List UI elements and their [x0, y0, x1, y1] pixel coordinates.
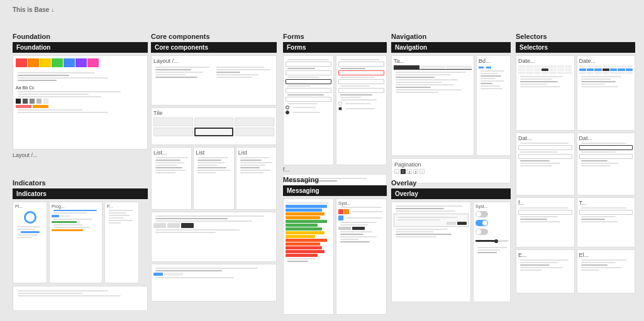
section-forms: Forms Forms [283, 33, 387, 193]
selectors-f-frame[interactable]: f... [516, 197, 575, 248]
messaging-frame1[interactable] [283, 199, 334, 315]
breadcrumb-bold: Base [34, 6, 49, 13]
indicators-pl-frame[interactable]: Pl... [13, 202, 47, 283]
core-extra2-frame[interactable] [151, 264, 277, 302]
overlay-label: Overlay [391, 179, 511, 187]
breadcrumb-arrow: ↓ [51, 6, 54, 13]
overlay-header[interactable]: Overlay [391, 188, 511, 199]
indicators-header[interactable]: Indicators [13, 188, 148, 199]
foundation-header[interactable]: Foundation [13, 42, 148, 53]
selectors-dat1-label: Dat... [518, 135, 572, 141]
selectors-t-label: T... [579, 200, 633, 206]
selectors-e-label: E... [518, 252, 572, 258]
indicators-extra-frame[interactable] [13, 286, 148, 311]
section-foundation: Foundation Foundation Aa Bb [13, 33, 148, 160]
navigation-bd-label: Bd... [479, 58, 508, 64]
section-core: Core components Core components Layout /… [151, 33, 277, 302]
section-overlay: Overlay Overlay [391, 179, 511, 302]
section-selectors: Selectors Selectors Date... [516, 33, 635, 293]
core-tile-frame[interactable]: Tile [151, 107, 277, 145]
core-layout-label: Layout /... [153, 58, 274, 64]
selectors-dat1-frame[interactable]: Dat... [516, 133, 575, 195]
navigation-pagination-label: Pagination [394, 161, 508, 168]
selectors-e-frame[interactable]: E... [516, 249, 575, 293]
selectors-date1-frame[interactable]: Date... [516, 55, 575, 131]
messaging-frame2[interactable]: Syst... [336, 199, 387, 315]
navigation-header[interactable]: Navigation [391, 42, 511, 53]
canvas: This is Base ↓ Foundation Foundation [0, 0, 644, 321]
core-list2-frame[interactable]: List [193, 147, 234, 210]
indicators-prog-frame[interactable]: Prog... [49, 202, 103, 283]
selectors-label: Selectors [516, 33, 635, 40]
foundation-sublabel-layout: Layout /... [13, 152, 148, 158]
core-list3-label: List [238, 150, 274, 156]
core-list2-label: List [196, 150, 231, 156]
selectors-header[interactable]: Selectors [516, 42, 635, 53]
section-messaging: Messaging Messaging [283, 176, 387, 315]
foundation-label: Foundation [13, 33, 148, 40]
selectors-dat2-label: Dat... [579, 135, 633, 141]
forms-label: Forms [283, 33, 387, 40]
selectors-dat2-frame[interactable]: Dat... [577, 133, 636, 195]
core-label: Core components [151, 33, 277, 40]
selectors-t-frame[interactable]: T... [577, 197, 636, 248]
foundation-frame[interactable]: Aa Bb Cc [13, 55, 148, 150]
indicators-p-frame[interactable]: P... [104, 202, 139, 283]
navigation-tab-frame[interactable]: Ta... [391, 55, 474, 156]
section-navigation: Navigation Navigation Ta... [391, 33, 511, 183]
forms-header[interactable]: Forms [283, 42, 387, 53]
messaging-header[interactable]: Messaging [283, 185, 387, 196]
overlay-frame2[interactable]: Syst... [473, 202, 511, 302]
breadcrumb-prefix: This is [13, 6, 33, 13]
core-header[interactable]: Core components [151, 42, 277, 53]
core-list1-label: List... [153, 150, 189, 156]
section-indicators: Indicators Indicators Pl... Prog... [13, 179, 148, 311]
overlay-frame1[interactable] [391, 202, 471, 302]
messaging-label: Messaging [283, 176, 387, 183]
selectors-el-frame[interactable]: El... [577, 249, 636, 293]
selectors-f-label: f... [518, 200, 572, 206]
core-tile-label: Tile [153, 110, 274, 116]
forms-frame2[interactable] [336, 55, 387, 165]
selectors-date2-label: Date... [579, 58, 633, 64]
forms-sublabel: f... [283, 166, 387, 173]
selectors-date2-frame[interactable]: Date... [577, 55, 636, 131]
navigation-tab-label: Ta... [394, 58, 472, 64]
navigation-label: Navigation [391, 33, 511, 40]
core-list3-frame[interactable]: List [236, 147, 277, 210]
forms-frame1[interactable] [283, 55, 334, 165]
core-extra1-frame[interactable] [151, 212, 277, 262]
breadcrumb: This is Base ↓ [13, 6, 54, 13]
selectors-date1-label: Date... [518, 58, 572, 64]
indicators-label: Indicators [13, 179, 148, 187]
selectors-el-label: El... [579, 252, 633, 258]
navigation-bd-frame[interactable]: Bd... › [476, 55, 511, 156]
core-list1-frame[interactable]: List... [151, 147, 192, 210]
core-layout-frame[interactable]: Layout /... [151, 55, 277, 106]
